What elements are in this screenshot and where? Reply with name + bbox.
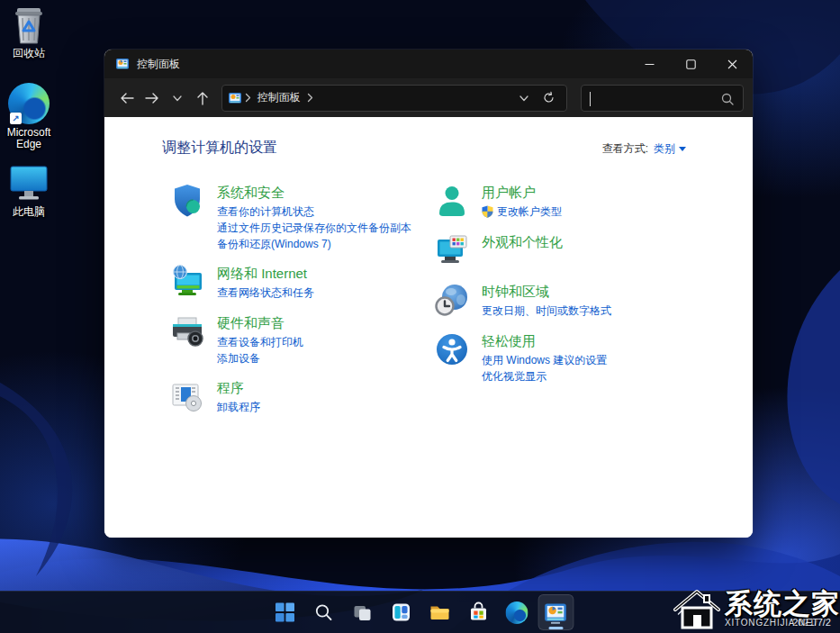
hardware-sound-icon[interactable]	[169, 313, 205, 349]
taskbar-search-button[interactable]	[305, 594, 341, 630]
desktop-icon-label: Microsoft Edge	[0, 127, 58, 150]
control-panel-icon	[228, 91, 242, 105]
refresh-icon	[542, 91, 555, 104]
taskbar-control-panel-button[interactable]	[537, 594, 574, 630]
category-task-link[interactable]: 优化视觉显示	[482, 368, 607, 384]
category-task-link[interactable]: 查看网络状态和任务	[217, 285, 314, 301]
appearance-personalization-icon[interactable]	[434, 232, 470, 268]
up-button[interactable]	[191, 86, 214, 110]
category-clock-region: 时钟和区域 更改日期、时间或数字格式	[434, 282, 753, 320]
category-task-link[interactable]: 查看设备和打印机	[217, 334, 303, 350]
system-security-icon[interactable]	[169, 183, 205, 219]
category-title-link[interactable]: 系统和安全	[217, 183, 411, 202]
chevron-up-icon	[676, 608, 689, 617]
category-title-link[interactable]: 外观和个性化	[482, 232, 563, 251]
clock-region-icon[interactable]	[434, 282, 470, 318]
edge-icon	[506, 601, 528, 624]
category-task-link[interactable]: 更改帐户类型	[482, 203, 562, 220]
desktop-icon-recycle-bin[interactable]: 回收站	[0, 4, 58, 59]
breadcrumb-chevron-icon[interactable]	[306, 93, 314, 103]
control-panel-content: 调整计算机的设置 查看方式: 类别	[104, 117, 753, 538]
desktop-icon-label: 回收站	[13, 48, 45, 59]
category-task-link[interactable]: 通过文件历史记录保存你的文件备份副本	[217, 220, 411, 236]
category-title-link[interactable]: 时钟和区域	[482, 282, 611, 301]
search-icon	[720, 92, 735, 106]
file-explorer-icon	[428, 601, 451, 624]
show-hidden-icons-button[interactable]	[676, 604, 689, 620]
refresh-button[interactable]	[537, 86, 561, 110]
view-by-control: 查看方式: 类别	[602, 141, 686, 157]
address-dropdown-button[interactable]	[512, 86, 536, 110]
category-task-link[interactable]: 卸载程序	[217, 399, 260, 415]
tray-clock[interactable]: 2021/7/2	[792, 617, 831, 628]
category-column-right: 用户帐户 更改帐户类型	[434, 183, 753, 428]
view-by-label: 查看方式:	[602, 141, 648, 157]
page-title: 调整计算机的设置	[162, 139, 277, 158]
category-title-link[interactable]: 网络和 Internet	[217, 264, 314, 283]
maximize-button[interactable]	[670, 50, 711, 78]
close-button[interactable]	[711, 50, 753, 78]
category-hardware-sound: 硬件和声音 查看设备和打印机 添加设备	[169, 313, 434, 366]
address-bar[interactable]: 控制面板	[221, 85, 567, 112]
forward-button[interactable]	[140, 86, 164, 110]
text-caret	[590, 92, 591, 106]
category-task-link[interactable]: 备份和还原(Windows 7)	[217, 236, 411, 252]
desktop-screen: 回收站 ↗ Microsoft Edge 此电脑	[0, 0, 840, 633]
control-panel-icon	[115, 57, 130, 71]
desktop-icon-this-pc[interactable]: 此电脑	[0, 162, 58, 218]
dropdown-caret-icon	[679, 147, 686, 151]
taskbar-start-button[interactable]	[266, 594, 303, 630]
programs-icon[interactable]	[169, 378, 205, 414]
shortcut-arrow-icon: ↗	[10, 113, 22, 124]
recent-locations-button[interactable]	[166, 86, 189, 110]
tray-date: 2021/7/2	[792, 617, 831, 628]
category-system-security: 系统和安全 查看你的计算机状态 通过文件历史记录保存你的文件备份副本 备份和还原…	[169, 183, 434, 252]
control-panel-icon	[544, 601, 568, 625]
control-panel-window: 控制面板	[104, 50, 753, 538]
user-accounts-icon[interactable]	[434, 183, 470, 219]
category-title-link[interactable]: 程序	[217, 378, 260, 397]
category-task-link[interactable]: 添加设备	[217, 350, 303, 366]
taskbar-widgets-button[interactable]	[383, 594, 419, 630]
active-app-indicator	[548, 627, 563, 629]
category-network-internet: 网络和 Internet 查看网络状态和任务	[169, 264, 434, 302]
uac-shield-icon	[482, 205, 493, 218]
recycle-bin-icon	[10, 4, 48, 45]
task-view-icon	[351, 601, 373, 623]
category-programs: 程序 卸载程序	[169, 378, 434, 416]
category-task-link[interactable]: 查看你的计算机状态	[217, 203, 411, 220]
this-pc-icon	[8, 162, 50, 203]
breadcrumb-chevron-icon[interactable]	[244, 93, 252, 103]
category-title-link[interactable]: 轻松使用	[482, 331, 607, 350]
taskbar-store-button[interactable]	[460, 594, 496, 630]
category-task-link[interactable]: 更改日期、时间或数字格式	[482, 303, 611, 319]
search-icon	[313, 602, 333, 622]
maximize-icon	[686, 59, 696, 69]
window-title: 控制面板	[137, 57, 180, 72]
taskbar: 2021/7/2	[0, 591, 840, 633]
chevron-down-icon	[172, 93, 183, 104]
category-task-link[interactable]: 使用 Windows 建议的设置	[482, 352, 607, 368]
network-internet-icon[interactable]	[169, 264, 205, 300]
search-input[interactable]	[582, 86, 743, 111]
forward-arrow-icon	[144, 90, 160, 106]
minimize-icon	[645, 59, 655, 69]
close-icon	[727, 59, 737, 69]
desktop-icon-microsoft-edge[interactable]: ↗ Microsoft Edge	[0, 83, 58, 150]
back-button[interactable]	[115, 86, 139, 110]
chevron-down-icon	[519, 93, 529, 104]
category-title-link[interactable]: 硬件和声音	[217, 313, 303, 332]
view-by-value[interactable]: 类别	[654, 141, 686, 157]
widgets-icon	[390, 601, 411, 623]
ease-of-access-icon[interactable]	[434, 331, 470, 367]
category-title-link[interactable]: 用户帐户	[482, 183, 562, 202]
taskbar-file-explorer-button[interactable]	[421, 594, 457, 630]
taskbar-task-view-button[interactable]	[344, 594, 380, 630]
search-box[interactable]	[581, 85, 744, 112]
breadcrumb-control-panel[interactable]: 控制面板	[257, 90, 301, 105]
taskbar-edge-button[interactable]	[499, 594, 535, 630]
windows-start-icon	[274, 601, 295, 623]
category-appearance-personalization: 外观和个性化	[434, 232, 753, 270]
window-titlebar[interactable]: 控制面板	[104, 50, 753, 78]
minimize-button[interactable]	[628, 50, 670, 78]
